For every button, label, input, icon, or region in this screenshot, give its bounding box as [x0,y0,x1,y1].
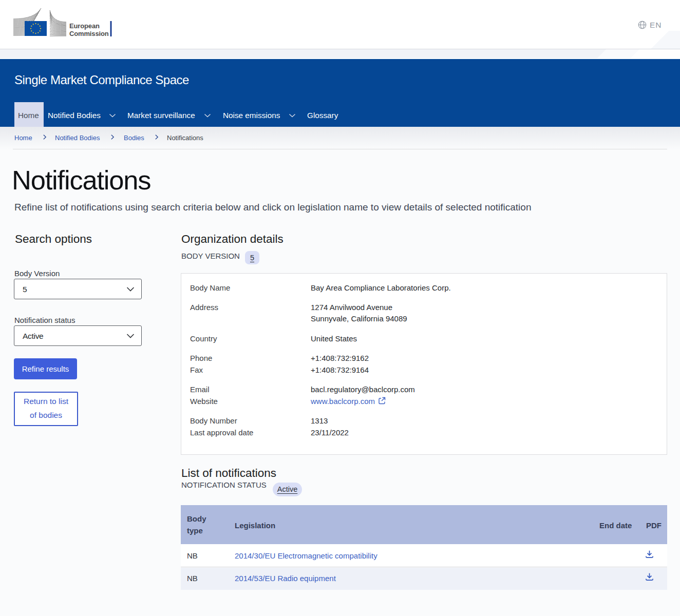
svg-text:Commission: Commission [69,30,109,36]
svg-text:European: European [69,22,100,30]
